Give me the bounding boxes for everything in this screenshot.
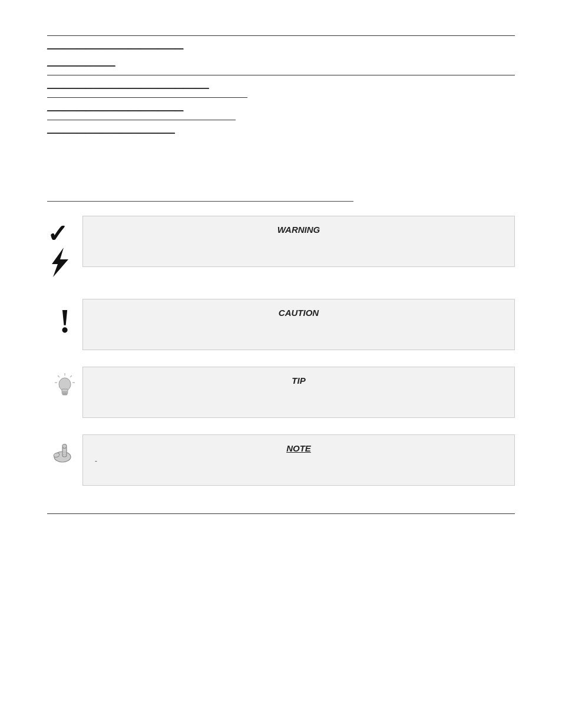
- svg-point-12: [62, 444, 67, 449]
- page-content: ________________________________ _______…: [0, 0, 562, 538]
- note-icon-container: [47, 434, 82, 464]
- svg-rect-9: [62, 394, 67, 395]
- toc-line-3: ______________________________________: [47, 75, 515, 89]
- toc-text-3: ______________________________________: [47, 80, 209, 89]
- svg-line-2: [70, 375, 72, 377]
- caution-icon-container: !: [47, 299, 82, 338]
- warning-body: [95, 238, 503, 256]
- footer-rule: [47, 513, 515, 514]
- svg-rect-8: [62, 392, 68, 394]
- exclamation-icon: !: [59, 305, 71, 338]
- toc-text-2: ________________: [47, 58, 115, 67]
- intro-paragraph: [47, 151, 515, 187]
- warning-notice: ✓ WARNING: [47, 216, 515, 282]
- note-title: NOTE: [95, 443, 503, 453]
- toc-line-1: ________________________________: [47, 35, 515, 50]
- caution-body: [95, 321, 503, 339]
- svg-marker-0: [52, 248, 68, 277]
- note-notice: NOTE -: [47, 434, 515, 486]
- warning-icon-container: ✓: [47, 216, 82, 282]
- lightning-icon: ✓: [47, 222, 82, 282]
- warning-title: WARNING: [95, 225, 503, 235]
- pointing-hand-icon: [52, 440, 78, 464]
- toc-text-5: ______________________________: [47, 125, 175, 134]
- tip-box: TIP: [82, 367, 515, 418]
- caution-title: CAUTION: [95, 308, 503, 318]
- toc-line-4: ________________________________: [47, 97, 515, 111]
- toc-line-5: ______________________________: [47, 120, 515, 134]
- tip-icon-container: [47, 367, 82, 401]
- lightning-bolt-svg: [47, 246, 70, 278]
- tip-title: TIP: [95, 375, 503, 386]
- toc-text-4: ________________________________: [47, 103, 183, 111]
- note-box: NOTE -: [82, 434, 515, 486]
- lightbulb-icon: [54, 373, 75, 401]
- tip-notice: TIP: [47, 367, 515, 418]
- caution-box: CAUTION: [82, 299, 515, 350]
- section-divider-rule: [47, 201, 353, 202]
- caution-notice: ! CAUTION: [47, 299, 515, 350]
- svg-rect-7: [62, 389, 68, 392]
- toc-line-2: ________________: [47, 58, 515, 67]
- warning-box: WARNING: [82, 216, 515, 267]
- note-body: -: [95, 457, 503, 475]
- tip-body: [95, 389, 503, 407]
- svg-line-4: [58, 375, 59, 377]
- toc-area: ________________________________ _______…: [47, 35, 515, 134]
- toc-text-1: ________________________________: [47, 41, 183, 50]
